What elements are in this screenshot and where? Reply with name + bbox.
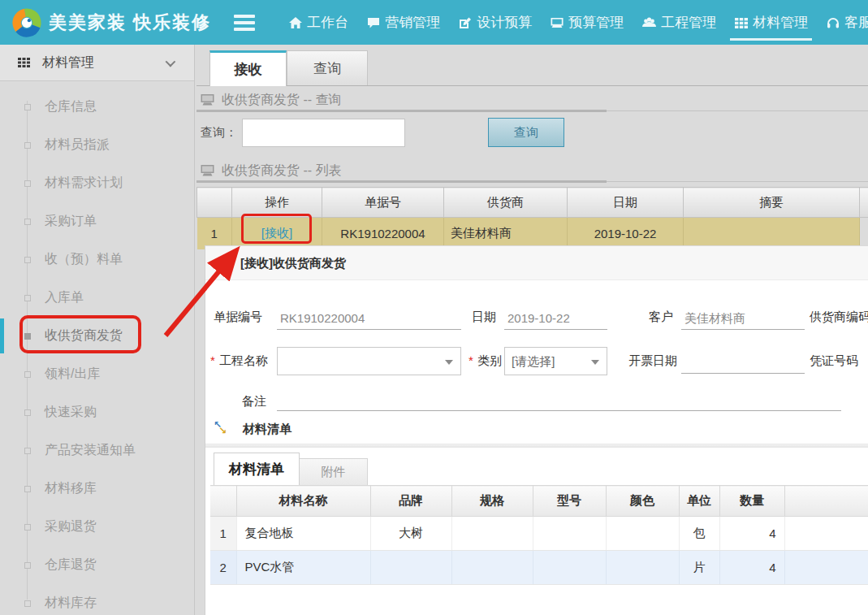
date-cell: 2019-10-22: [568, 218, 684, 249]
col-end: [860, 188, 868, 218]
list-section-title: 收供货商发货 -- 列表: [196, 160, 868, 182]
invoice-date-label: 开票日期: [628, 353, 677, 369]
nav-workbench[interactable]: 工作台: [279, 0, 357, 45]
customer-field[interactable]: 美佳材料商: [681, 309, 805, 330]
chevron-down-icon[interactable]: [166, 56, 176, 67]
sidebar-item[interactable]: 采购订单: [0, 202, 194, 240]
bullet-icon: [24, 142, 31, 149]
bullet-icon: [24, 371, 31, 378]
sidebar-item-label: 收（预）料单: [45, 251, 123, 268]
sidebar-item-label: 收供货商发货: [45, 327, 123, 344]
sidebar-item[interactable]: 收（预）料单: [0, 240, 194, 279]
bullet-icon: [24, 600, 31, 607]
material-section-title: 材料清单: [243, 422, 291, 437]
receive-action-link[interactable]: [接收]: [261, 226, 292, 240]
sidebar-item-label: 材料员指派: [45, 136, 110, 154]
receive-detail-panel: [接收]收供货商发货 单据编号 RK1910220004 日期 2019-10-…: [205, 245, 868, 615]
edit-icon: [458, 15, 473, 30]
sidebar-item[interactable]: 材料移库: [0, 470, 194, 508]
sidebar-item[interactable]: 采购退货: [0, 508, 194, 546]
sidebar-item-label: 产品安装通知单: [45, 442, 136, 459]
nav-engineering[interactable]: 工程管理: [633, 0, 725, 45]
unit-cell: 片: [679, 551, 719, 585]
sidebar-item-label: 快速采购: [45, 404, 97, 421]
monitor-icon: [200, 164, 215, 178]
doc-no-label: 单据编号: [214, 310, 262, 325]
sidebar-item[interactable]: 仓库信息: [0, 88, 194, 126]
main-tabbar: 接收 查询: [196, 45, 868, 86]
shipment-list-table: 操作 单据号 供货商 日期 摘要 1 [接收] RK1910220004 美佳材…: [196, 187, 868, 249]
nav-budget[interactable]: 预算管理: [541, 0, 633, 45]
sidebar-item[interactable]: 入库单: [0, 279, 194, 317]
material-table: 材料名称 品牌 规格 型号 颜色 单位 数量 1 复合地板 大树 包 4: [210, 485, 868, 585]
sidebar-item[interactable]: 收供货商发货: [0, 317, 194, 355]
col-doc-no: 单据号: [322, 188, 444, 218]
query-form: 查询： 查询: [196, 111, 868, 154]
doc-no-field[interactable]: RK1910220004: [277, 309, 461, 330]
bullet-icon: [24, 219, 31, 225]
nav-customer-service[interactable]: 客服管理: [817, 0, 868, 45]
qty-cell: 4: [719, 551, 784, 585]
section-divider: [205, 444, 868, 448]
headset-icon: [826, 15, 840, 30]
sidebar-item[interactable]: 产品安装通知单: [0, 431, 194, 470]
project-name-select[interactable]: [277, 347, 461, 375]
nav-materials[interactable]: 材料管理: [725, 0, 817, 45]
monitor-icon: [200, 93, 215, 107]
required-mark: *: [469, 353, 473, 367]
sidebar-item-label: 采购退货: [45, 518, 97, 535]
col-operation: 操作: [232, 188, 322, 218]
top-header: 美美家装 快乐装修 工作台 营销管理 设计预算 预算管理 工程管理: [0, 0, 868, 45]
nav-design-budget[interactable]: 设计预算: [449, 0, 541, 45]
remark-label: 备注: [242, 394, 266, 409]
nav-marketing[interactable]: 营销管理: [357, 0, 449, 45]
date-field[interactable]: 2019-10-22: [504, 309, 607, 330]
bullet-icon: [24, 295, 31, 301]
bullet-icon: [24, 562, 31, 569]
bullet-icon: [24, 257, 31, 263]
users-icon: [641, 15, 657, 30]
category-select[interactable]: [请选择]: [504, 347, 607, 375]
brand-logo-icon: [11, 7, 42, 38]
sidebar-item[interactable]: 仓库退货: [0, 546, 194, 584]
tab-material-list[interactable]: 材料清单: [214, 453, 300, 485]
tab-query[interactable]: 查询: [287, 50, 368, 85]
col-date: 日期: [568, 188, 684, 218]
col-rownum: [210, 486, 236, 517]
sidebar-header[interactable]: 材料管理: [0, 45, 194, 81]
tab-attachments[interactable]: 附件: [300, 458, 368, 485]
invoice-date-field[interactable]: [681, 353, 805, 374]
remark-field[interactable]: [277, 390, 841, 411]
sidebar-item-label: 材料需求计划: [45, 175, 123, 192]
query-label: 查询：: [201, 125, 237, 141]
bullet-icon: [24, 486, 31, 492]
sidebar-item-label: 入库单: [45, 289, 84, 306]
material-row: 1 复合地板 大树 包 4: [210, 517, 868, 551]
menu-toggle-icon[interactable]: [234, 11, 255, 34]
sidebar-item[interactable]: 领料/出库: [0, 355, 194, 393]
sidebar-item[interactable]: 材料需求计划: [0, 164, 194, 202]
material-tabbar: 材料清单 附件: [214, 453, 368, 485]
sidebar-item[interactable]: 快速采购: [0, 393, 194, 431]
tab-receive[interactable]: 接收: [209, 50, 287, 86]
supplier-cell: 美佳材料商: [444, 218, 568, 249]
col-model: 型号: [533, 486, 606, 517]
sidebar-item-label: 采购订单: [45, 213, 97, 230]
col-supplier: 供货商: [444, 188, 568, 218]
home-icon: [288, 15, 303, 30]
supplier-code-label: 供货商编码: [810, 310, 868, 325]
sidebar-item-label: 领料/出库: [45, 366, 100, 383]
table-row: 1 [接收] RK1910220004 美佳材料商 2019-10-22: [197, 218, 868, 249]
query-button[interactable]: 查询: [488, 118, 564, 147]
col-end: [784, 486, 868, 517]
chat-icon: [366, 15, 381, 30]
sidebar-item[interactable]: 材料员指派: [0, 126, 194, 164]
query-input[interactable]: [242, 119, 405, 147]
sidebar-item-label: 仓库信息: [45, 98, 97, 115]
sidebar-item-label: 仓库退货: [45, 557, 97, 574]
bullet-icon: [24, 448, 31, 454]
app-window: 美美家装 快乐装修 工作台 营销管理 设计预算 预算管理 工程管理: [0, 0, 868, 615]
material-name-cell: PVC水管: [236, 551, 370, 585]
col-color: 颜色: [606, 486, 679, 517]
sidebar-item[interactable]: 材料库存: [0, 584, 194, 615]
